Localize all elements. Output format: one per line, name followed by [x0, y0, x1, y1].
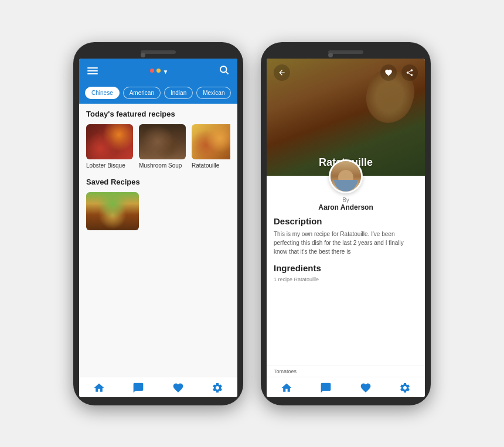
category-mexican[interactable]: Mexican: [196, 87, 231, 99]
author-name: Aaron Anderson: [318, 203, 373, 211]
mushroom-visual: [139, 124, 186, 159]
recipe-nav-home-icon[interactable]: [281, 382, 292, 394]
lobster-visual: [86, 124, 133, 159]
svg-line-1: [226, 71, 229, 74]
tomatoes-preview: Tomatoes: [267, 366, 425, 377]
recipe-content: Description This is my own recipe for Ra…: [267, 216, 425, 366]
featured-title: Today's featured recipes: [86, 110, 230, 118]
recipe-label-lobster: Lobster Bisque: [86, 162, 133, 169]
phone-2-camera: [328, 53, 333, 57]
author-avatar: [329, 159, 363, 193]
category-bar: Chinese American Indian Mexican: [79, 83, 237, 104]
recipe-card-ratatouille[interactable]: Ratatouille: [192, 124, 230, 169]
recipe-nav-chat-icon[interactable]: [320, 382, 332, 394]
description-text: This is my own recipe for Ratatouille. I…: [274, 230, 418, 256]
share-button[interactable]: [401, 64, 418, 81]
close-dot: [150, 69, 154, 73]
ingredients-heading: Ingredients: [274, 263, 418, 273]
favorite-button[interactable]: [380, 64, 397, 81]
recipe-label-ratatouille: Ratatouille: [192, 162, 230, 169]
recipe-hero-image: Ratatouille: [267, 59, 425, 176]
svg-point-0: [220, 66, 227, 73]
minimize-dot: [156, 69, 161, 73]
saved-recipe-image-burger: [86, 192, 139, 230]
recipe-nav-settings-icon[interactable]: [399, 382, 411, 394]
author-section: By Aaron Anderson: [267, 159, 425, 211]
phone-1: ▼ Chinese American Indian Mexican Today': [73, 42, 243, 405]
category-american[interactable]: American: [123, 87, 161, 99]
recipe-bottom-navigation: [267, 377, 425, 397]
saved-title: Saved Recipes: [86, 178, 230, 186]
category-indian[interactable]: Indian: [164, 87, 193, 99]
burger-visual: [86, 192, 139, 230]
ratatouille-visual: [192, 124, 230, 159]
recipe-image-mushroom: [139, 124, 186, 159]
recipe-card-lobster[interactable]: Lobster Bisque: [86, 124, 133, 169]
ingredient-item-1: 1 recipe Ratatouille: [274, 275, 418, 284]
expand-icon: ▼: [163, 69, 167, 73]
phone-camera: [141, 53, 145, 57]
phone-2-speaker: [328, 50, 363, 54]
hero-action-buttons: [380, 64, 418, 81]
avatar-image: [331, 161, 361, 192]
phone-2-screen: Ratatouille By Aaron Anderson Descriptio…: [267, 59, 425, 397]
phone-2: Ratatouille By Aaron Anderson Descriptio…: [261, 42, 431, 405]
phone-speaker: [141, 50, 176, 54]
nav-chat-icon[interactable]: [132, 382, 144, 394]
bottom-navigation: [79, 377, 237, 397]
featured-recipes-row: Lobster Bisque Mushroom Soup: [86, 124, 230, 169]
window-controls: ▼: [150, 69, 167, 73]
description-heading: Description: [274, 216, 418, 226]
author-by-label: By: [342, 197, 349, 203]
recipe-nav-heart-icon[interactable]: [360, 382, 372, 394]
hero-navigation: [267, 64, 425, 81]
nav-heart-icon[interactable]: [172, 382, 184, 394]
back-button[interactable]: [274, 64, 290, 81]
menu-icon[interactable]: [87, 67, 98, 74]
phone-1-screen: ▼ Chinese American Indian Mexican Today': [79, 59, 237, 397]
search-icon[interactable]: [219, 64, 229, 77]
nav-home-icon[interactable]: [93, 382, 105, 394]
recipe-image-ratatouille: [192, 124, 230, 159]
nav-settings-icon[interactable]: [212, 382, 223, 394]
recipe-image-lobster: [86, 124, 133, 159]
recipe-card-mushroom[interactable]: Mushroom Soup: [139, 124, 186, 169]
category-chinese[interactable]: Chinese: [85, 87, 120, 99]
app-header: ▼: [79, 59, 237, 83]
saved-recipe-burger[interactable]: [86, 192, 230, 230]
main-content: Today's featured recipes Lobster Bisque: [79, 104, 237, 377]
recipe-label-mushroom: Mushroom Soup: [139, 162, 186, 169]
